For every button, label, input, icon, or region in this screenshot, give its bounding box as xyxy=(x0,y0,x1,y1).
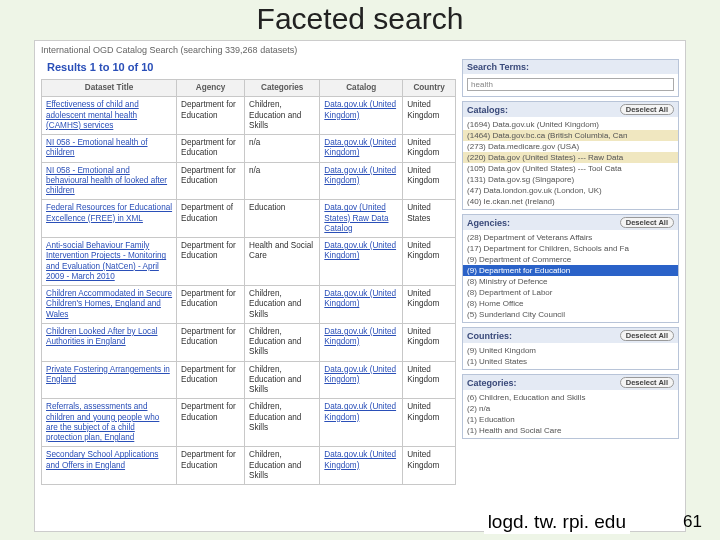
dataset-link[interactable]: Federal Resources for Educational Excell… xyxy=(46,203,172,222)
cell-title: Children Accommodated in Secure Children… xyxy=(42,286,177,324)
deselect-all-button[interactable]: Deselect All xyxy=(620,217,674,228)
column-header[interactable]: Catalog xyxy=(320,80,403,97)
dataset-link[interactable]: NI 058 - Emotional and behavioural healt… xyxy=(46,166,167,196)
facet-item[interactable]: (40) Ie.ckan.net (Ireland) xyxy=(463,196,678,207)
deselect-all-button[interactable]: Deselect All xyxy=(620,377,674,388)
table-row: Referrals, assessments and children and … xyxy=(42,399,456,447)
cell-country: United Kingdom xyxy=(403,447,456,485)
column-header[interactable]: Categories xyxy=(244,80,319,97)
cell-title: Referrals, assessments and children and … xyxy=(42,399,177,447)
facet-item[interactable]: (9) Department for Education xyxy=(463,265,678,276)
cell-country: United Kingdom xyxy=(403,135,456,163)
cell-agency: Department for Education xyxy=(177,238,245,286)
cell-categories: Children, Education and Skills xyxy=(244,97,319,135)
cell-agency: Department for Education xyxy=(177,162,245,200)
facet-item[interactable]: (1) Health and Social Care xyxy=(463,425,678,436)
catalog-link[interactable]: Data.gov.uk (United Kingdom) xyxy=(324,327,396,346)
catalog-link[interactable]: Data.gov (United States) Raw Data Catalo… xyxy=(324,203,388,233)
facet-item[interactable]: (2) n/a xyxy=(463,403,678,414)
cell-agency: Department of Education xyxy=(177,200,245,238)
cell-categories: n/a xyxy=(244,162,319,200)
dataset-link[interactable]: Children Accommodated in Secure Children… xyxy=(46,289,172,319)
cell-categories: Children, Education and Skills xyxy=(244,323,319,361)
catalog-link[interactable]: Data.gov.uk (United Kingdom) xyxy=(324,241,396,260)
column-header[interactable]: Agency xyxy=(177,80,245,97)
facet-agencies: Agencies: Deselect All (28) Department o… xyxy=(462,214,679,323)
catalog-link[interactable]: Data.gov.uk (United Kingdom) xyxy=(324,402,396,421)
facet-item[interactable]: (131) Data.gov.sg (Singapore) xyxy=(463,174,678,185)
facet-item[interactable]: (9) Department of Commerce xyxy=(463,254,678,265)
dataset-link[interactable]: Private Fostering Arrangements in Englan… xyxy=(46,365,170,384)
facet-sidebar: Search Terms: health Catalogs: Deselect … xyxy=(462,59,679,485)
table-row: Private Fostering Arrangements in Englan… xyxy=(42,361,456,399)
table-row: Federal Resources for Educational Excell… xyxy=(42,200,456,238)
cell-country: United Kingdom xyxy=(403,238,456,286)
facet-countries: Countries: Deselect All (9) United Kingd… xyxy=(462,327,679,370)
facet-item[interactable]: (1464) Data.gov.bc.ca (British Columbia,… xyxy=(463,130,678,141)
facet-item[interactable]: (17) Department for Children, Schools an… xyxy=(463,243,678,254)
catalog-link[interactable]: Data.gov.uk (United Kingdom) xyxy=(324,100,396,119)
cell-categories: Health and Social Care xyxy=(244,238,319,286)
catalog-link[interactable]: Data.gov.uk (United Kingdom) xyxy=(324,166,396,185)
column-header[interactable]: Dataset Title xyxy=(42,80,177,97)
cell-country: United Kingdom xyxy=(403,399,456,447)
catalog-link[interactable]: Data.gov.uk (United Kingdom) xyxy=(324,450,396,469)
table-row: Effectiveness of child and adolescent me… xyxy=(42,97,456,135)
facet-item[interactable]: (6) Children, Education and Skills xyxy=(463,392,678,403)
cell-country: United Kingdom xyxy=(403,286,456,324)
facet-item[interactable]: (47) Data.london.gov.uk (London, UK) xyxy=(463,185,678,196)
cell-categories: Children, Education and Skills xyxy=(244,361,319,399)
cell-agency: Department for Education xyxy=(177,323,245,361)
dataset-link[interactable]: NI 058 - Emotional health of children xyxy=(46,138,148,157)
cell-country: United Kingdom xyxy=(403,97,456,135)
facet-item[interactable]: (1694) Data.gov.uk (United Kingdom) xyxy=(463,119,678,130)
search-input[interactable]: health xyxy=(467,78,674,91)
deselect-all-button[interactable]: Deselect All xyxy=(620,330,674,341)
dataset-link[interactable]: Anti-social Behaviour Family Interventio… xyxy=(46,241,166,281)
cell-title: NI 058 - Emotional health of children xyxy=(42,135,177,163)
results-table: Dataset TitleAgencyCategoriesCatalogCoun… xyxy=(41,79,456,485)
facet-item[interactable]: (28) Department of Veterans Affairs xyxy=(463,232,678,243)
facet-item[interactable]: (105) Data.gov (United States) --- Tool … xyxy=(463,163,678,174)
facet-item[interactable]: (8) Home Office xyxy=(463,298,678,309)
cell-country: United States xyxy=(403,200,456,238)
cell-agency: Department for Education xyxy=(177,361,245,399)
table-row: NI 058 - Emotional and behavioural healt… xyxy=(42,162,456,200)
facet-label: Search Terms: xyxy=(467,62,529,72)
page-number: 61 xyxy=(683,512,702,532)
dataset-link[interactable]: Effectiveness of child and adolescent me… xyxy=(46,100,139,130)
facet-item[interactable]: (5) Sunderland City Council xyxy=(463,309,678,320)
facet-item[interactable]: (1) Education xyxy=(463,414,678,425)
facet-item[interactable]: (8) Ministry of Defence xyxy=(463,276,678,287)
cell-catalog: Data.gov.uk (United Kingdom) xyxy=(320,323,403,361)
cell-title: Private Fostering Arrangements in Englan… xyxy=(42,361,177,399)
cell-agency: Department for Education xyxy=(177,447,245,485)
page-header: International OGD Catalog Search (search… xyxy=(41,45,679,55)
table-row: NI 058 - Emotional health of childrenDep… xyxy=(42,135,456,163)
facet-label: Agencies: xyxy=(467,218,510,228)
app-window: International OGD Catalog Search (search… xyxy=(34,40,686,532)
deselect-all-button[interactable]: Deselect All xyxy=(620,104,674,115)
cell-catalog: Data.gov.uk (United Kingdom) xyxy=(320,447,403,485)
facet-item[interactable]: (8) Department of Labor xyxy=(463,287,678,298)
cell-title: Secondary School Applications and Offers… xyxy=(42,447,177,485)
cell-title: NI 058 - Emotional and behavioural healt… xyxy=(42,162,177,200)
cell-title: Children Looked After by Local Authoriti… xyxy=(42,323,177,361)
dataset-link[interactable]: Children Looked After by Local Authoriti… xyxy=(46,327,158,346)
cell-agency: Department for Education xyxy=(177,97,245,135)
dataset-link[interactable]: Secondary School Applications and Offers… xyxy=(46,450,158,469)
facet-item[interactable]: (220) Data.gov (United States) --- Raw D… xyxy=(463,152,678,163)
dataset-link[interactable]: Referrals, assessments and children and … xyxy=(46,402,159,442)
facet-item[interactable]: (1) United States xyxy=(463,356,678,367)
cell-catalog: Data.gov.uk (United Kingdom) xyxy=(320,97,403,135)
table-row: Secondary School Applications and Offers… xyxy=(42,447,456,485)
facet-item[interactable]: (273) Data.medicare.gov (USA) xyxy=(463,141,678,152)
cell-categories: Education xyxy=(244,200,319,238)
facet-label: Catalogs: xyxy=(467,105,508,115)
catalog-link[interactable]: Data.gov.uk (United Kingdom) xyxy=(324,289,396,308)
catalog-link[interactable]: Data.gov.uk (United Kingdom) xyxy=(324,365,396,384)
facet-item[interactable]: (9) United Kingdom xyxy=(463,345,678,356)
cell-agency: Department for Education xyxy=(177,399,245,447)
column-header[interactable]: Country xyxy=(403,80,456,97)
catalog-link[interactable]: Data.gov.uk (United Kingdom) xyxy=(324,138,396,157)
